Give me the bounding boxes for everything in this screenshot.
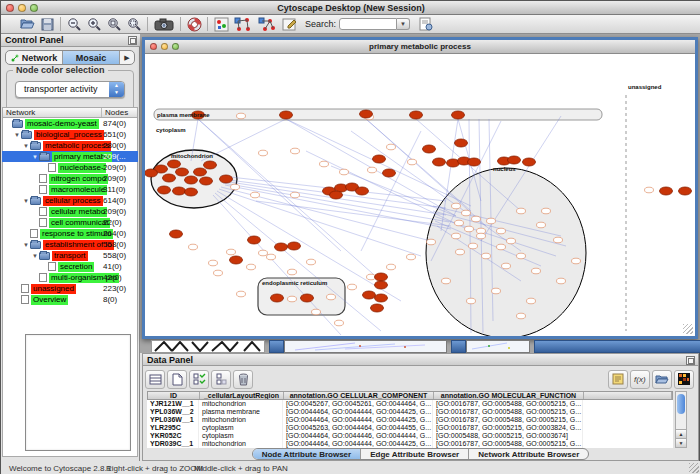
float-panel-icon[interactable] — [686, 356, 695, 365]
node[interactable] — [497, 228, 506, 234]
filter-icon[interactable] — [279, 16, 299, 33]
node-selected-attribute[interactable] — [271, 294, 284, 302]
node[interactable] — [492, 288, 501, 294]
node[interactable] — [452, 203, 461, 209]
float-panel-icon[interactable] — [128, 36, 137, 45]
node[interactable] — [527, 298, 536, 304]
node[interactable] — [487, 218, 496, 224]
tree-item[interactable]: ▼metabolic process280(0) — [2, 140, 138, 151]
node-selected-attribute[interactable] — [168, 160, 181, 168]
minimized-window-icon[interactable] — [269, 340, 284, 353]
node[interactable] — [247, 264, 256, 270]
node[interactable] — [408, 159, 417, 165]
node[interactable] — [348, 284, 357, 290]
node-selected-attribute[interactable] — [508, 156, 521, 164]
tree-header-nodes[interactable]: Nodes — [102, 108, 137, 117]
zoom-in-icon[interactable] — [84, 16, 104, 33]
delete-attribute-icon[interactable] — [233, 370, 253, 389]
tree-item[interactable]: cellular metabo209(0) — [2, 206, 138, 217]
zoom-selected-icon[interactable] — [104, 16, 124, 33]
node[interactable] — [387, 264, 396, 270]
expand-triangle-icon[interactable]: ▼ — [31, 253, 39, 259]
node-selected-attribute[interactable] — [455, 139, 468, 147]
expand-triangle-icon[interactable]: ▼ — [31, 154, 39, 160]
node[interactable] — [237, 113, 246, 119]
node[interactable] — [227, 249, 236, 255]
attribute-matrix-icon[interactable] — [211, 370, 231, 389]
node[interactable] — [387, 144, 396, 150]
node[interactable] — [259, 250, 268, 256]
table-row[interactable]: YDR039C__1mitochondrion[GO:0044464, GO:0… — [147, 440, 673, 448]
label-icon[interactable] — [608, 370, 628, 389]
table-row[interactable]: YKR052Ccytoplasm[GO:0044464, GO:0044446,… — [147, 432, 673, 440]
node[interactable] — [452, 233, 461, 239]
node[interactable] — [465, 226, 474, 232]
node-selected-attribute[interactable] — [301, 294, 314, 302]
tab-edge-attribute-browser[interactable]: Edge Attribute Browser — [361, 449, 469, 459]
tree-header-network[interactable]: Network — [3, 108, 102, 117]
network-window-titlebar[interactable]: primary metabolic process — [145, 40, 695, 54]
search-dropdown-button[interactable]: ▼ — [397, 18, 410, 30]
node[interactable] — [477, 233, 486, 239]
tree-item[interactable]: ▼primary metabo209(... — [2, 151, 138, 162]
node-selected-attribute[interactable] — [371, 304, 384, 312]
node-selected-attribute[interactable] — [679, 187, 692, 195]
table-row[interactable]: YLR295Ccytoplasm[GO:0045263, GO:0044464,… — [147, 424, 673, 432]
tree-item[interactable]: ▼biological_process651(0) — [2, 129, 138, 140]
node-selected-attribute[interactable] — [330, 191, 343, 199]
node[interactable] — [427, 239, 436, 245]
help-lifering-icon[interactable] — [184, 16, 204, 33]
node-selected-attribute[interactable] — [163, 174, 176, 182]
snapshot-camera-icon[interactable] — [151, 16, 177, 33]
attribute-batch-icon[interactable] — [189, 370, 209, 389]
node[interactable] — [455, 220, 464, 226]
expand-triangle-icon[interactable]: ▼ — [22, 198, 30, 204]
node-selected-attribute[interactable] — [200, 177, 213, 185]
tab-mosaic[interactable]: Mosaic — [63, 51, 120, 64]
node[interactable] — [368, 167, 377, 173]
expand-triangle-icon[interactable]: ▼ — [13, 132, 21, 138]
node[interactable] — [554, 237, 563, 243]
node[interactable] — [259, 150, 268, 156]
node-selected-attribute[interactable] — [185, 176, 198, 184]
column-header[interactable]: annotation.GO CELLULAR_COMPONENT — [284, 392, 434, 399]
node-selected-attribute[interactable] — [660, 187, 673, 195]
tree-item[interactable]: mosaic-demo-yeast874(0) — [2, 118, 138, 129]
background-window-titlebar[interactable] — [534, 340, 700, 353]
node-selected-attribute[interactable] — [433, 158, 446, 166]
tree-item[interactable]: macromolecule311(0) — [2, 184, 138, 195]
node-selected-attribute[interactable] — [158, 186, 171, 194]
node-selected-attribute[interactable] — [288, 242, 301, 250]
more-tabs-arrow-icon[interactable]: ▶ — [120, 51, 134, 64]
node-color-dropdown[interactable]: transporter activity ▲▼ — [15, 81, 125, 98]
zoom-fit-icon[interactable] — [124, 16, 144, 33]
tree-item[interactable]: nitrogen compo209(0) — [2, 173, 138, 184]
network-canvas[interactable]: plasma membranecytoplasmmitochondrionnuc… — [145, 54, 695, 336]
node[interactable] — [469, 243, 478, 249]
node-selected-attribute[interactable] — [375, 281, 388, 289]
node-selected-attribute[interactable] — [176, 168, 189, 176]
node[interactable] — [320, 161, 329, 167]
node[interactable] — [407, 254, 416, 260]
column-header[interactable]: ID — [148, 392, 200, 399]
table-row[interactable]: YJR121W__1mitochondrion[GO:0045267, GO:0… — [147, 400, 673, 408]
node[interactable] — [335, 320, 344, 326]
table-row[interactable]: YPL036W__1mitochondrion[GO:0044464, GO:0… — [147, 416, 673, 424]
tree-item[interactable]: response to stimulu264(0) — [2, 228, 138, 239]
tree-item[interactable]: unassigned223(0) — [2, 283, 138, 294]
background-window-thumbnail[interactable] — [284, 340, 447, 353]
import-attributes-icon[interactable] — [652, 370, 672, 389]
node[interactable] — [542, 208, 551, 214]
node-selected-attribute[interactable] — [452, 111, 465, 119]
scroll-down-icon[interactable]: ▼ — [676, 438, 686, 447]
search-input[interactable] — [339, 18, 397, 30]
column-header[interactable]: annotation.GO MOLECULAR_FUNCTION — [434, 392, 584, 399]
node-selected-attribute[interactable] — [204, 161, 217, 169]
node[interactable] — [307, 259, 316, 265]
node[interactable] — [189, 244, 198, 250]
node-selected-attribute[interactable] — [373, 155, 386, 163]
tree-item[interactable]: ▼establishment of lo558(0) — [2, 239, 138, 250]
node-selected-attribute[interactable] — [280, 111, 293, 119]
node[interactable] — [291, 148, 300, 154]
node[interactable] — [645, 187, 654, 193]
